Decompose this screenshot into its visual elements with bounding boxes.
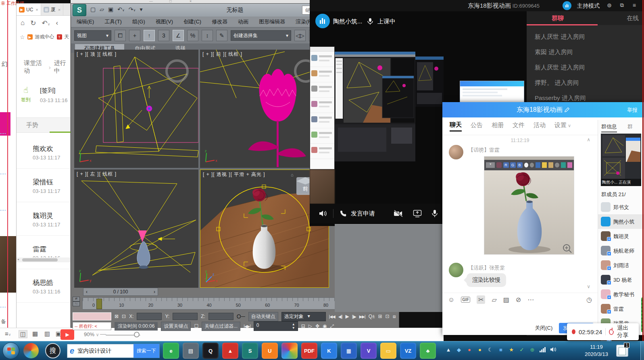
- scrub-right-icon[interactable]: ›: [154, 289, 155, 295]
- phone-icon[interactable]: [340, 210, 348, 218]
- mirror-icon[interactable]: ◁▷: [294, 30, 306, 41]
- send-file-icon[interactable]: ▱: [492, 296, 496, 303]
- isolate-icon[interactable]: ▷: [308, 323, 312, 329]
- zoom-region-icon[interactable]: ⧈: [393, 314, 396, 319]
- set-key-button[interactable]: 设置关键点: [161, 322, 191, 331]
- taskbar-app-icon[interactable]: [281, 343, 298, 359]
- student-row[interactable]: 魏诩灵 03-13 11:17: [17, 202, 70, 236]
- message-input[interactable]: [442, 306, 598, 321]
- z-field[interactable]: [208, 313, 233, 320]
- student-row[interactable]: 杨思皓 03-13 11:16: [17, 269, 70, 303]
- more-tools-icon[interactable]: ⋯: [527, 296, 534, 303]
- scrub-left-icon[interactable]: ‹: [86, 289, 88, 295]
- reader-icon[interactable]: ▥: [44, 330, 50, 337]
- pan-hand-icon[interactable]: ✥: [315, 323, 319, 329]
- notification-icon[interactable]: 1: [616, 345, 628, 357]
- tray-icon[interactable]: ★: [508, 347, 515, 353]
- zoom-slider-handle[interactable]: [134, 332, 140, 337]
- chat-tab[interactable]: 设置 ∨: [554, 121, 571, 131]
- browser-tab-uc[interactable]: ▶ UC ×: [17, 4, 41, 15]
- time-scrub-bar[interactable]: ‹ 0 / 100 ›: [83, 288, 158, 296]
- select-object-icon[interactable]: ↑: [144, 30, 155, 41]
- taskbar-app-icon[interactable]: PDF: [301, 343, 317, 359]
- taskbar-app-icon[interactable]: ▭: [380, 343, 396, 359]
- message-alert-icon[interactable]: ⊘: [516, 296, 521, 303]
- sogou-browser-icon[interactable]: [23, 343, 39, 358]
- gif-icon[interactable]: GIF: [461, 297, 470, 303]
- share-screen-icon[interactable]: [413, 209, 422, 218]
- taskbar-app-icon[interactable]: ▦: [341, 343, 357, 359]
- zoom-extents-icon[interactable]: ⊡: [386, 314, 390, 319]
- key-filters-button[interactable]: 关键点过滤器...: [202, 322, 240, 331]
- spinner-snap-icon[interactable]: ↕: [202, 30, 213, 41]
- bookmark-tian[interactable]: 天: [65, 33, 69, 40]
- channel-chip[interactable]: B: [517, 162, 523, 168]
- message-image[interactable]: ▾ RGB: [484, 156, 574, 255]
- viewport-top[interactable]: [ + ][ 顶 ][ 线框 ]: [74, 50, 198, 168]
- undo-icon[interactable]: ↶∨: [42, 19, 50, 27]
- show-desktop-button[interactable]: [640, 341, 644, 360]
- volume-icon[interactable]: [550, 346, 557, 353]
- speaker-icon[interactable]: [319, 209, 327, 218]
- microphone-icon[interactable]: [431, 209, 438, 218]
- taskbar-app-icon[interactable]: VZ: [400, 343, 416, 359]
- tray-icon[interactable]: ●: [477, 347, 483, 353]
- taskbar-clock[interactable]: 11:19 2020/3/13: [581, 343, 612, 358]
- member-row[interactable]: 杨航老师: [598, 243, 644, 258]
- member-row[interactable]: 魏诩灵: [598, 229, 644, 243]
- member-row[interactable]: 郑书文: [598, 200, 644, 214]
- tab-gesture[interactable]: 手势: [26, 121, 38, 129]
- member-row[interactable]: 刘雨洁: [598, 258, 644, 272]
- channel-chip[interactable]: R: [503, 162, 509, 168]
- collapse-down-icon[interactable]: ∨: [587, 284, 590, 289]
- tray-icon[interactable]: ☾: [487, 347, 494, 353]
- live-share-thumbnail[interactable]: 陶然小... 正在演: [601, 134, 641, 186]
- exit-share-button[interactable]: 退出分享: [617, 324, 634, 339]
- keyboard-shortcut-icon[interactable]: ⊟: [301, 323, 305, 329]
- menu-item[interactable]: 组(G): [132, 18, 145, 25]
- tray-icon[interactable]: ▲: [445, 347, 452, 353]
- tab-group-members[interactable]: 群: [627, 123, 633, 132]
- go-to-end-icon[interactable]: ▶▶|: [359, 314, 365, 319]
- bookmark-game-center[interactable]: 游戏中心: [35, 33, 54, 40]
- signin-card[interactable]: ☝ 签到 [签到] 03-13 11:16: [17, 84, 70, 113]
- zoom-tool-icon[interactable]: Q±: [369, 314, 375, 319]
- tab-online[interactable]: 在线: [627, 15, 639, 22]
- chat-header[interactable]: 东海18影视动画 举报: [442, 102, 644, 117]
- breadcrumb-activity[interactable]: 课堂活动: [24, 59, 46, 75]
- close-tab-icon[interactable]: ×: [58, 7, 60, 12]
- frame-spinner[interactable]: 0▲▼: [254, 321, 298, 331]
- refresh-icon[interactable]: ↻: [30, 19, 36, 27]
- grid-view-icon[interactable]: ▦: [32, 330, 38, 337]
- move-tool-icon[interactable]: +: [129, 30, 140, 41]
- taskbar-app-icon[interactable]: ▤: [183, 343, 199, 359]
- tray-icon[interactable]: ◆: [456, 347, 462, 353]
- named-selection-icon[interactable]: ✎: [216, 30, 227, 41]
- menu-item[interactable]: 动画: [238, 18, 248, 25]
- select-link-icon[interactable]: ⧠: [115, 30, 126, 41]
- chat-tab[interactable]: 相册 ∨: [492, 121, 504, 131]
- tray-icon[interactable]: ●: [466, 347, 473, 353]
- maxscript-listener[interactable]: [73, 312, 111, 320]
- search-go-button[interactable]: 搜索一下: [133, 344, 159, 358]
- screenshot-scissors-icon[interactable]: ✂: [477, 295, 485, 304]
- sidebar-toggle-icon[interactable]: ◫: [19, 330, 27, 338]
- viewport-label[interactable]: [ + ][ 顶 ][ 线框 ]: [77, 51, 117, 58]
- viewport-label[interactable]: [ + ][ 透视 ][ 平滑 + 高光 ]: [203, 171, 265, 178]
- host-avatar[interactable]: [315, 14, 330, 28]
- home-icon[interactable]: ⌂: [21, 19, 25, 27]
- message-area[interactable]: ∧ 11:12:19 【话唠】雷霆 ▾ RGB: [442, 135, 598, 293]
- menu-item[interactable]: 图形编辑器: [259, 18, 285, 25]
- student-row[interactable]: 熊欢欢 03-13 11:17: [17, 135, 70, 169]
- angle-snap-icon[interactable]: ∠: [173, 30, 184, 41]
- member-row[interactable]: 教学秘书: [598, 287, 644, 301]
- settings-gear-icon[interactable]: ⊚: [607, 2, 612, 8]
- search-app-icon[interactable]: 搜: [45, 343, 60, 358]
- camera-off-icon[interactable]: [394, 210, 403, 217]
- selection-set-dropdown[interactable]: 创建选择集▾: [231, 30, 291, 41]
- snap-3d-icon[interactable]: 3: [158, 30, 169, 41]
- taskbar-search-input[interactable]: [77, 347, 129, 355]
- host-mode-label[interactable]: 主持模式: [577, 2, 600, 10]
- tab-group-chat[interactable]: 群聊: [552, 15, 564, 22]
- menu-hamburger-icon[interactable]: ≡: [633, 2, 636, 8]
